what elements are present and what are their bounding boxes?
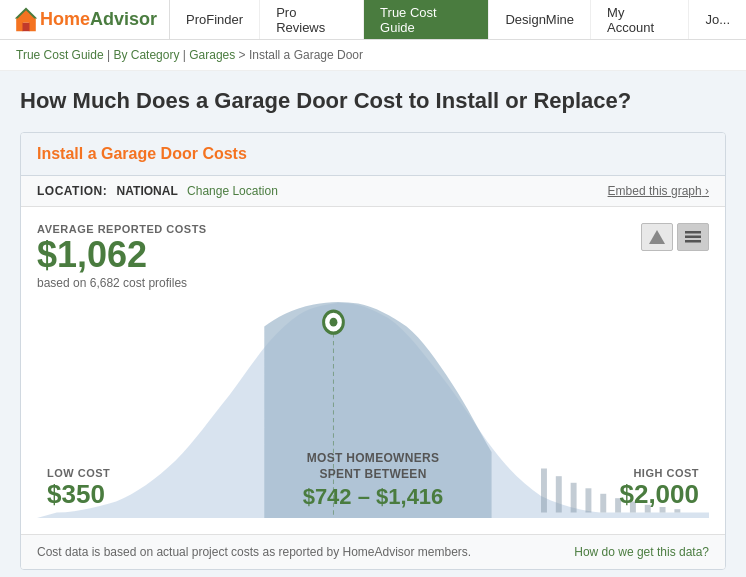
svg-rect-9 [571,483,577,513]
cost-card: Install a Garage Door Costs LOCATION: NA… [20,132,726,571]
nav-true-cost-guide[interactable]: True Cost Guide [364,0,489,39]
nav-pro-reviews[interactable]: Pro Reviews [260,0,364,39]
breadcrumb: True Cost Guide | By Category | Garages … [0,40,746,71]
breadcrumb-arrow: > [239,48,249,62]
card-header: Install a Garage Door Costs [21,133,725,176]
footer-link[interactable]: How do we get this data? [574,545,709,559]
svg-point-18 [330,318,338,327]
embed-link[interactable]: Embed this graph [608,184,709,198]
avg-value: $1,062 [37,235,709,275]
change-location-link[interactable]: Change Location [187,184,278,198]
page-content: How Much Does a Garage Door Cost to Inst… [0,71,746,577]
low-cost-label: LOW COST $350 [47,467,110,510]
breadcrumb-by-category[interactable]: By Category [113,48,179,62]
logo-text: HomeAdvisor [40,9,157,30]
location-label: LOCATION: [37,184,107,198]
location-info: LOCATION: NATIONAL Change Location [37,184,278,198]
svg-rect-1 [23,22,30,30]
svg-rect-5 [685,235,701,238]
card-footer: Cost data is based on actual project cos… [21,534,725,569]
nav-join[interactable]: Jo... [689,0,746,39]
breadcrumb-current: Install a Garage Door [249,48,363,62]
chart-toggle-bar[interactable] [641,223,673,251]
breadcrumb-true-cost-guide[interactable]: True Cost Guide [16,48,104,62]
center-cost-label: MOST HOMEOWNERSSPENT BETWEEN $742 – $1,4… [263,451,483,510]
svg-rect-7 [541,469,547,513]
breadcrumb-garages[interactable]: Garages [189,48,235,62]
card-subheader: LOCATION: NATIONAL Change Location Embed… [21,176,725,207]
chart-area: AVERAGE REPORTED COSTS $1,062 based on 6… [21,207,725,535]
avg-section: AVERAGE REPORTED COSTS $1,062 based on 6… [37,223,709,291]
nav-designmine[interactable]: DesignMine [489,0,591,39]
svg-rect-11 [600,494,606,513]
svg-rect-10 [585,488,591,512]
bell-chart: LOW COST $350 MOST HOMEOWNERSSPENT BETWE… [37,298,709,518]
svg-rect-8 [556,476,562,512]
svg-marker-3 [649,230,665,244]
chart-toggle-list[interactable] [677,223,709,251]
svg-rect-4 [685,231,701,234]
avg-basis: based on 6,682 cost profiles [37,276,709,290]
nav-profinder[interactable]: ProFinder [170,0,260,39]
chart-toggles [641,223,709,251]
high-cost-label: HIGH COST $2,000 [619,467,699,510]
location-value: NATIONAL [117,184,178,198]
avg-label: AVERAGE REPORTED COSTS [37,223,709,235]
footer-text: Cost data is based on actual project cos… [37,545,471,559]
page-title: How Much Does a Garage Door Cost to Inst… [20,87,726,116]
svg-rect-6 [685,240,701,243]
navigation: HomeAdvisor ProFinder Pro Reviews True C… [0,0,746,40]
nav-my-account[interactable]: My Account [591,0,689,39]
card-header-title: Install a Garage Door Costs [37,145,709,163]
logo[interactable]: HomeAdvisor [0,0,170,39]
